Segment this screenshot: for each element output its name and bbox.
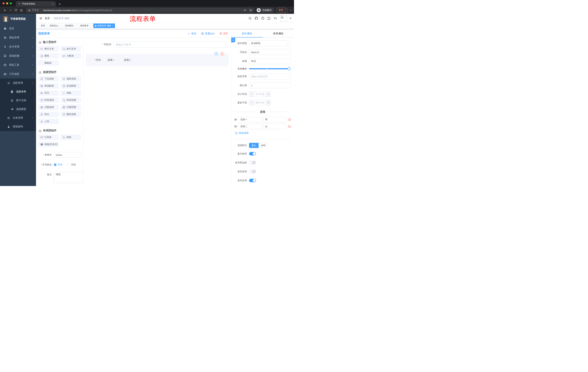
decrease-button[interactable]: − — [249, 92, 254, 97]
sidebar-item-payment[interactable]: ¥ 支付管理 — [0, 42, 36, 51]
palette-item-button[interactable]: 按钮 — [60, 135, 81, 140]
palette-item-rate[interactable]: 评分 — [38, 112, 59, 117]
form-remark-textarea[interactable]: 嘿嘿 — [54, 172, 83, 183]
tag-home[interactable]: 首页 — [39, 23, 47, 28]
palette-item-time-range[interactable]: 时间范围 — [60, 97, 81, 103]
gender-field-selected-block[interactable]: 性别 选项一 选项二 — [86, 54, 229, 66]
gender-option-2-checkbox[interactable]: 选项二 — [120, 58, 131, 62]
phone-field-row[interactable]: 手机号 — [94, 42, 226, 48]
clear-button[interactable]: 清空 — [220, 32, 228, 35]
border-toggle[interactable] — [249, 161, 256, 164]
bookmark-star-icon[interactable] — [249, 9, 252, 12]
sidebar-item-devtools[interactable]: 研发工具 — [0, 60, 36, 70]
delete-component-button[interactable] — [220, 52, 224, 56]
back-icon[interactable] — [2, 8, 8, 13]
view-json-button[interactable]: 查看json — [201, 32, 215, 35]
update-browser-button[interactable]: 更新 — [276, 8, 288, 13]
sidebar-item-home[interactable]: 首页 — [0, 24, 36, 33]
tag-process-form[interactable]: 流程表单 × — [78, 23, 92, 28]
field-name-input[interactable] — [249, 49, 290, 55]
option-1-value-input[interactable] — [263, 117, 286, 122]
disabled-toggle[interactable] — [249, 170, 256, 173]
add-option-button[interactable]: 添加选项 — [235, 131, 294, 135]
tag-close-icon[interactable]: × — [112, 25, 113, 27]
style-default-button[interactable]: 默认 — [249, 143, 259, 148]
show-label-toggle[interactable] — [249, 152, 256, 155]
fullscreen-icon[interactable] — [267, 17, 271, 20]
label-width-input[interactable] — [249, 74, 290, 79]
default-value-input[interactable] — [249, 83, 290, 88]
required-toggle[interactable] — [249, 179, 256, 182]
sidebar-item-infrastructure[interactable]: 基础设施 — [0, 51, 36, 60]
form-name-input[interactable] — [54, 152, 81, 158]
forward-icon[interactable] — [8, 8, 13, 13]
password-key-icon[interactable] — [243, 9, 246, 12]
remove-option-icon[interactable] — [288, 118, 291, 121]
sidebar-item-process-management[interactable]: 流程管理 — [0, 79, 36, 87]
zoom-window-button[interactable] — [10, 2, 12, 4]
tag-process-form-edit[interactable]: 流程表单-编辑 × — [93, 23, 115, 28]
sidebar-item-task-management[interactable]: 任务管理 — [0, 114, 36, 122]
min-select-placeholder[interactable]: 至少应选 — [254, 92, 266, 97]
option-2-value-input[interactable] — [263, 124, 286, 129]
link-tag-button[interactable] — [231, 38, 235, 43]
sidebar-item-process-form[interactable]: 流程表单 — [0, 87, 36, 96]
help-icon[interactable] — [261, 17, 264, 20]
avatar[interactable] — [280, 15, 287, 22]
status-radio-on[interactable]: 开启 — [54, 163, 63, 166]
increase-button[interactable]: + — [266, 92, 271, 97]
status-radio-off[interactable]: 关闭 — [67, 163, 76, 166]
palette-item-color-picker[interactable]: 颜色选择 — [60, 112, 81, 117]
palette-item-row-container[interactable]: 行容器 — [38, 135, 59, 140]
remove-option-icon[interactable] — [288, 125, 291, 128]
font-size-icon[interactable]: TT — [273, 17, 278, 20]
option-1-label-input[interactable] — [239, 117, 262, 122]
reload-icon[interactable] — [13, 8, 19, 13]
security-label[interactable]: 不安全 — [32, 9, 39, 12]
decrease-button[interactable]: − — [249, 100, 254, 105]
drag-handle-icon[interactable] — [234, 125, 237, 128]
title-input[interactable] — [249, 58, 290, 64]
palette-item-password[interactable]: 密码 — [38, 53, 59, 59]
tag-process-definition[interactable]: 流程定义 × — [48, 23, 62, 28]
caret-down-icon[interactable] — [290, 18, 292, 19]
tag-close-icon[interactable]: × — [74, 25, 75, 27]
minimize-window-button[interactable] — [6, 2, 8, 4]
sidebar-item-leave-query[interactable]: 请假查询 — [0, 122, 36, 131]
palette-item-time-picker[interactable]: 时间选择 — [38, 97, 59, 103]
tag-close-icon[interactable]: × — [90, 25, 91, 27]
address-bar[interactable]: 不安全 dashboard.yudao.iocoder.cn /bpm/mana… — [26, 8, 254, 13]
palette-item-radio-group[interactable]: 单选框组 — [38, 83, 59, 89]
copy-component-button[interactable] — [214, 52, 218, 56]
style-button-button[interactable]: 按钮 — [259, 143, 268, 148]
close-window-button[interactable] — [2, 2, 5, 4]
new-tab-button[interactable]: + — [59, 2, 61, 6]
window-controls[interactable] — [2, 0, 12, 7]
search-icon[interactable] — [248, 17, 252, 20]
drag-handle-icon[interactable] — [234, 118, 237, 121]
hamburger-icon[interactable] — [38, 16, 43, 21]
phone-field-input[interactable] — [114, 42, 226, 48]
github-icon[interactable] — [254, 16, 258, 20]
palette-item-switch[interactable]: 开关 — [38, 90, 59, 96]
home-icon[interactable] — [19, 8, 24, 13]
option-2-label-input[interactable] — [239, 124, 262, 129]
component-type-select[interactable]: 多选框组 — [249, 40, 290, 46]
palette-item-date-range[interactable]: 日期范围 — [60, 105, 81, 110]
tag-process-model[interactable]: 流程模型 × — [63, 23, 77, 28]
form-grid-slider[interactable] — [249, 68, 289, 69]
palette-item-editor[interactable]: 编辑器 — [38, 60, 59, 66]
palette-item-date-picker[interactable]: 日期选择 — [38, 105, 59, 110]
save-button[interactable]: 保存 — [188, 32, 196, 35]
chevron-down-icon[interactable] — [290, 9, 292, 11]
browser-tab[interactable]: 芋道管理系统 × — [16, 1, 56, 7]
palette-item-table[interactable]: 表格[开发中] — [38, 142, 59, 147]
sidebar-item-workflow[interactable]: 工作流程 — [0, 70, 36, 79]
palette-item-multi-line-text[interactable]: 多行文本 — [60, 46, 81, 52]
palette-item-single-line-text[interactable]: 单行文本 — [38, 46, 59, 52]
tag-close-icon[interactable]: × — [59, 25, 60, 27]
tab-component-props[interactable]: 组件属性 — [231, 30, 263, 37]
palette-item-dropdown-select[interactable]: 下拉选择 — [38, 76, 59, 82]
breadcrumb-home[interactable]: 首页 — [45, 17, 50, 20]
slider-thumb[interactable] — [287, 67, 291, 70]
